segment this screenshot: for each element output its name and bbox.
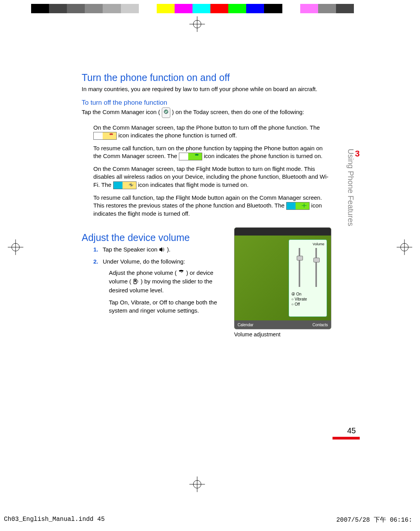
radio-vibrate[interactable]: ○ Vibrate: [291, 297, 324, 301]
registration-mark-icon: [189, 16, 205, 32]
registration-mark-icon: [8, 239, 23, 255]
intro-text: In many countries, you are required by l…: [82, 85, 331, 93]
step-1: 1. Tap the Speaker icon ).: [93, 245, 226, 254]
footer-file: Ch03_English_Manual.indd 45: [4, 516, 105, 524]
section-heading: Adjust the device volume: [82, 232, 226, 243]
bullet-4: To resume call function, tap the Flight …: [93, 194, 331, 218]
lead-text: Tap the Comm Manager icon ( ) on the Tod…: [82, 107, 331, 118]
screenshot-caption: Volume adjustment: [234, 331, 331, 338]
flight-mode-off-icon: [286, 202, 310, 210]
radio-off[interactable]: ○ Off: [291, 302, 324, 306]
speaker-icon: [159, 246, 165, 254]
radio-on[interactable]: ⦿ On: [291, 292, 324, 296]
svg-rect-14: [135, 280, 136, 282]
section-heading: Turn the phone function on and off: [82, 72, 331, 83]
sub-step-2: Tap On, Vibrate, or Off to change both t…: [109, 298, 226, 315]
registration-mark-icon: [397, 239, 412, 255]
chapter-title: Using Phone Features: [346, 149, 355, 226]
phone-on-icon: [179, 153, 202, 160]
footer-date: 2007/5/28 下午 06:16:: [336, 516, 412, 524]
print-color-bar: [31, 4, 354, 13]
device-volume-slider[interactable]: [299, 248, 300, 287]
phone-volume-icon: [178, 269, 184, 277]
volume-popup: Volume ⦿ On ○ Vibrate ○ Off: [289, 239, 327, 317]
page-accent-bar: [332, 437, 360, 440]
phone-volume-slider[interactable]: [315, 248, 317, 287]
page-number: 45: [347, 426, 356, 435]
imposition-footer: Ch03_English_Manual.indd 45 2007/5/28 下午…: [0, 516, 416, 524]
bullet-3: On the Comm Manager screen, tap the Flig…: [93, 165, 331, 189]
bullet-1: On the Comm Manager screen, tap the Phon…: [93, 124, 331, 140]
sub-step-1: Adjust the phone volume ( ) or device vo…: [109, 269, 226, 294]
flight-mode-on-icon: [113, 181, 136, 189]
step-2: 2. Under Volume, do the following:: [93, 257, 226, 266]
registration-mark-icon: [189, 476, 205, 492]
device-volume-icon: [133, 278, 139, 286]
bullet-2: To resume call function, turn on the pho…: [93, 144, 331, 160]
chapter-tab: 3 Using Phone Features: [346, 149, 360, 226]
phone-off-icon: [93, 132, 117, 140]
chapter-number: 3: [355, 149, 360, 159]
volume-screenshot: Volume ⦿ On ○ Vibrate ○ Off CalendarCont…: [234, 227, 331, 329]
sub-heading: To turn off the phone function: [82, 99, 331, 107]
comm-manager-icon: [162, 107, 170, 118]
